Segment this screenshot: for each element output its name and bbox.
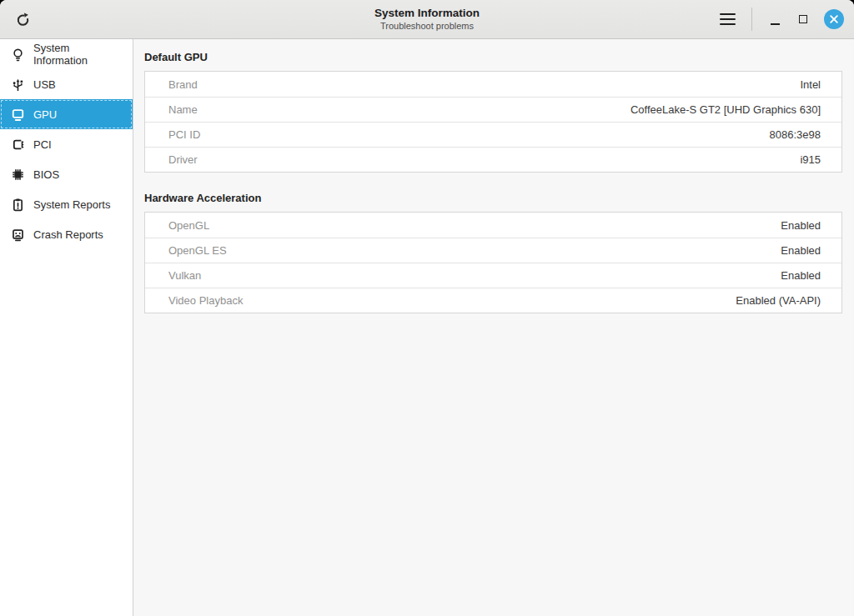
sidebar-item-label: Crash Reports: [33, 228, 103, 241]
titlebar: System Information Troubleshoot problems: [0, 0, 854, 39]
usb-icon: [11, 78, 25, 92]
default-gpu-table: Brand Intel Name CoffeeLake-S GT2 [UHD G…: [144, 71, 842, 173]
sidebar-item-label: System Information: [33, 42, 126, 67]
sidebar-item-bios[interactable]: BIOS: [0, 159, 133, 189]
sidebar-item-usb[interactable]: USB: [0, 69, 133, 99]
refresh-icon: [15, 12, 31, 28]
maximize-button[interactable]: [791, 7, 816, 32]
maximize-icon: [799, 15, 807, 23]
titlebar-title-block: System Information Troubleshoot problems: [374, 7, 480, 33]
row-value: i915: [800, 153, 821, 166]
minimize-icon: [771, 23, 780, 25]
sidebar-item-crash-reports[interactable]: Crash Reports: [0, 219, 133, 249]
chip-icon: [11, 168, 25, 182]
row-value: Enabled: [781, 269, 821, 282]
row-value: CoffeeLake-S GT2 [UHD Graphics 630]: [630, 103, 821, 116]
row-label: OpenGL ES: [168, 244, 227, 257]
minimize-button[interactable]: [762, 7, 787, 32]
row-label: Name: [168, 103, 198, 116]
sidebar-item-system-reports[interactable]: System Reports: [0, 189, 133, 219]
refresh-button[interactable]: [10, 7, 35, 32]
row-value: Enabled (VA-API): [736, 294, 821, 307]
table-row: OpenGL Enabled: [145, 213, 841, 238]
row-label: Brand: [168, 78, 198, 91]
menu-button[interactable]: [715, 7, 740, 32]
hardware-acceleration-table: OpenGL Enabled OpenGL ES Enabled Vulkan …: [144, 212, 842, 313]
sidebar-item-label: PCI: [33, 138, 52, 151]
table-row: Name CoffeeLake-S GT2 [UHD Graphics 630]: [145, 97, 841, 122]
clipboard-alert-icon: [11, 198, 25, 212]
table-row: Vulkan Enabled: [145, 263, 841, 288]
pci-card-icon: [11, 138, 25, 152]
table-row: Video Playback Enabled (VA-API): [145, 288, 841, 313]
section-title-default-gpu: Default GPU: [144, 51, 842, 63]
sidebar-item-label: System Reports: [33, 198, 110, 211]
sidebar-item-pci[interactable]: PCI: [0, 129, 133, 159]
section-title-hardware-acceleration: Hardware Acceleration: [144, 192, 842, 204]
table-row: Brand Intel: [145, 72, 841, 97]
close-icon: [829, 14, 839, 24]
row-value: Enabled: [781, 244, 821, 257]
row-label: OpenGL: [168, 219, 209, 232]
titlebar-separator: [751, 8, 752, 31]
lightbulb-icon: [11, 48, 25, 62]
close-button[interactable]: [824, 9, 844, 29]
table-row: PCI ID 8086:3e98: [145, 122, 841, 147]
row-label: Vulkan: [168, 269, 201, 282]
main-content: Default GPU Brand Intel Name CoffeeLake-…: [133, 39, 854, 616]
row-value: 8086:3e98: [770, 128, 821, 141]
row-label: PCI ID: [168, 128, 200, 141]
sidebar-item-label: BIOS: [33, 168, 59, 181]
window-subtitle: Troubleshoot problems: [374, 21, 480, 33]
monitor-icon: [11, 108, 25, 122]
sidebar-item-label: USB: [33, 78, 56, 91]
sidebar: System Information USB: [0, 39, 133, 616]
app-window: System Information Troubleshoot problems: [0, 0, 854, 616]
table-row: Driver i915: [145, 147, 841, 172]
row-label: Driver: [168, 153, 198, 166]
hamburger-icon: [720, 13, 736, 25]
sidebar-item-gpu[interactable]: GPU: [0, 99, 133, 129]
table-row: OpenGL ES Enabled: [145, 238, 841, 263]
sidebar-item-label: GPU: [33, 108, 57, 121]
row-label: Video Playback: [168, 294, 243, 307]
row-value: Intel: [800, 78, 821, 91]
row-value: Enabled: [781, 219, 821, 232]
sidebar-item-system-information[interactable]: System Information: [0, 39, 133, 69]
crash-face-icon: [11, 228, 25, 242]
window-title: System Information: [374, 7, 480, 21]
